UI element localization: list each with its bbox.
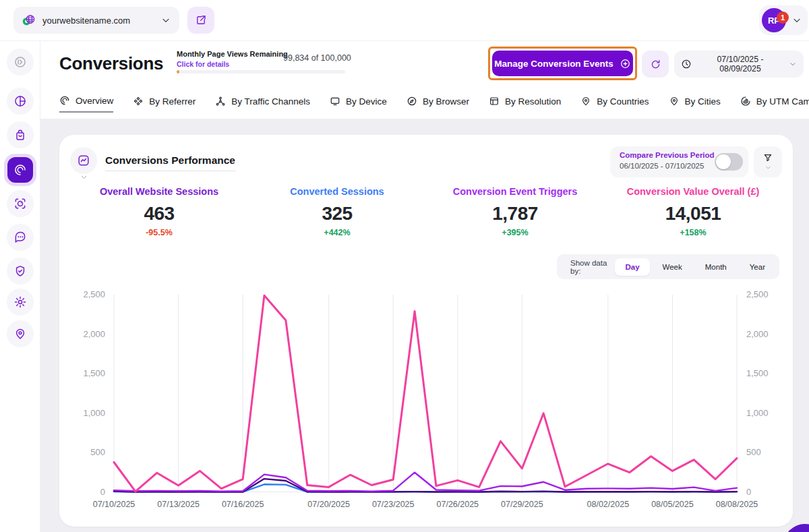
granularity-label: Show data by: <box>570 259 607 275</box>
metric-value: 325 <box>248 203 426 225</box>
quota-value: 99,834 of 100,000 <box>283 53 351 63</box>
granularity-month[interactable]: Month <box>695 258 737 276</box>
y-axis-label-right: 2,000 <box>746 329 787 339</box>
date-range-text: 07/10/2025 - 08/09/2025 <box>698 55 783 73</box>
sidebar-item-dashboard[interactable] <box>7 88 34 115</box>
tab-by-referrer[interactable]: By Referrer <box>133 90 196 113</box>
sidebar-item-store[interactable] <box>7 121 34 148</box>
sidebar <box>0 41 40 532</box>
chevron-down-icon <box>789 60 797 68</box>
y-axis-label-right: 0 <box>746 487 787 497</box>
sidebar-active-tile <box>7 157 33 183</box>
tab-by-device[interactable]: By Device <box>330 90 387 113</box>
refresh-icon <box>650 59 661 70</box>
metric-label: Converted Sessions <box>248 186 426 197</box>
granularity-year[interactable]: Year <box>740 258 775 276</box>
tab-by-countries[interactable]: By Countries <box>580 90 649 113</box>
manage-conversion-events-button[interactable]: Manage Conversion Events <box>492 51 633 76</box>
granularity-day[interactable]: Day <box>615 258 649 276</box>
toggle-knob <box>716 154 731 169</box>
website-favicon-icon <box>22 13 36 28</box>
divider <box>0 40 809 41</box>
tab-by-resolution[interactable]: By Resolution <box>489 90 561 113</box>
metric-value: 14,051 <box>604 203 782 225</box>
tab-by-utm-campaign[interactable]: By UTM Campaign <box>740 90 809 113</box>
tab-label: Overview <box>76 96 113 106</box>
date-range-picker[interactable]: 07/10/2025 - 08/09/2025 <box>674 51 804 78</box>
traffic-channels-icon <box>215 96 226 107</box>
metric-converted-sessions[interactable]: Converted Sessions325+442% <box>248 186 426 237</box>
tab-by-browser[interactable]: By Browser <box>407 90 469 113</box>
manage-button-label: Manage Conversion Events <box>494 59 613 69</box>
sidebar-item-security[interactable] <box>7 258 34 285</box>
metric-conversion-value-overall[interactable]: Conversion Value Overall (£)14,051+158% <box>604 186 782 237</box>
refresh-button[interactable] <box>642 51 669 78</box>
clock-icon <box>681 59 692 69</box>
card-title: Conversions Performance <box>105 154 235 171</box>
y-axis-label-left: 500 <box>65 447 105 457</box>
y-axis-label-left: 1,000 <box>65 408 105 418</box>
tab-by-traffic-channels[interactable]: By Traffic Channels <box>215 90 310 113</box>
sidebar-item-locations[interactable] <box>7 320 34 347</box>
chevron-down-icon <box>791 15 802 26</box>
sidebar-item-conversions[interactable] <box>4 154 36 186</box>
metric-value: 1,787 <box>426 203 604 225</box>
x-axis-label: 08/08/2025 <box>716 500 758 509</box>
funnel-icon <box>762 152 773 163</box>
compare-label: Compare Previous Period <box>620 151 715 159</box>
y-axis-label-right: 1,000 <box>746 408 787 418</box>
website-selector[interactable]: yourwebsitename.com <box>13 7 179 34</box>
conversions-dashboard: yourwebsitename.com RP 1 Conversions Mon… <box>0 0 809 532</box>
sidebar-item-chat[interactable] <box>7 224 34 251</box>
y-axis-label-left: 0 <box>65 487 105 497</box>
cities-icon <box>669 96 680 107</box>
granularity-week[interactable]: Week <box>653 258 692 276</box>
tab-label: By Referrer <box>149 96 196 107</box>
x-axis-label: 07/29/2025 <box>501 500 543 509</box>
utm-campaign-icon <box>740 96 751 107</box>
sidebar-item-collapse[interactable] <box>7 49 34 76</box>
sidebar-item-settings[interactable] <box>7 289 34 316</box>
chart-line-icon <box>77 154 90 167</box>
tab-label: By Traffic Channels <box>231 96 310 107</box>
metrics-row: Overall Website Sessions463-95.5%Convert… <box>70 186 782 237</box>
countries-icon <box>580 96 591 107</box>
chevron-down-icon <box>80 173 88 181</box>
tab-label: By UTM Campaign <box>756 96 809 107</box>
conversions-line-chart[interactable] <box>114 295 737 492</box>
x-axis-label: 08/02/2025 <box>587 500 630 509</box>
x-axis-label: 08/05/2025 <box>651 500 694 509</box>
dashboard-icon <box>13 94 27 108</box>
overview-icon <box>59 95 70 106</box>
quota-details-link[interactable]: Click for details <box>177 60 229 68</box>
compare-range: 06/10/2025 - 07/10/2025 <box>620 162 704 170</box>
metric-label: Conversion Event Triggers <box>426 186 604 197</box>
website-name: yourwebsitename.com <box>42 16 154 26</box>
external-link-icon <box>195 14 207 26</box>
metric-conversion-event-triggers[interactable]: Conversion Event Triggers1,787+395% <box>426 186 604 237</box>
referrer-icon <box>133 96 144 107</box>
metric-overall-website-sessions[interactable]: Overall Website Sessions463-95.5% <box>70 186 248 237</box>
sidebar-item-retargeting[interactable] <box>7 190 34 217</box>
tab-by-cities[interactable]: By Cities <box>669 90 721 113</box>
x-axis-label: 07/23/2025 <box>372 500 415 509</box>
quota-progress-bar <box>177 70 345 73</box>
tab-overview[interactable]: Overview <box>59 90 113 113</box>
collapse-icon <box>13 55 27 69</box>
filter-button[interactable] <box>754 146 782 177</box>
x-axis-label: 07/13/2025 <box>157 500 200 509</box>
series-conversion-event-triggers <box>114 473 737 492</box>
y-axis-label-left: 1,500 <box>65 368 105 378</box>
compare-toggle[interactable] <box>715 153 743 171</box>
card-chart-type-button[interactable] <box>70 147 97 174</box>
chevron-down-icon <box>160 15 171 26</box>
page-title: Conversions <box>59 53 163 74</box>
metric-delta: -95.5% <box>70 228 248 237</box>
x-axis-label: 07/26/2025 <box>437 500 479 509</box>
tab-label: By Browser <box>423 96 469 107</box>
support-fab[interactable] <box>783 524 809 532</box>
open-website-button[interactable] <box>187 7 214 34</box>
conversions-icon <box>13 163 27 177</box>
x-axis-label: 07/20/2025 <box>307 500 350 509</box>
x-axis-label: 07/16/2025 <box>222 500 264 509</box>
